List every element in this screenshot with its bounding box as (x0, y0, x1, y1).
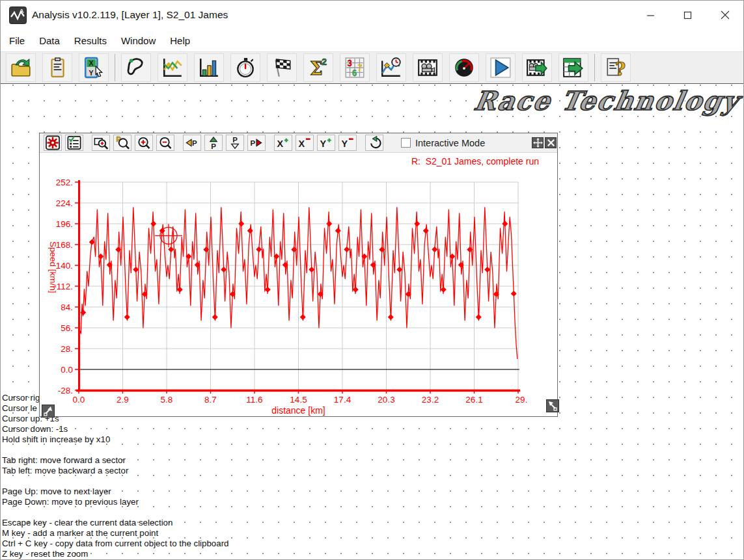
zoom-reset-button[interactable]: R (113, 135, 131, 151)
bar-chart-button[interactable] (194, 53, 224, 82)
zoom-reset-icon: R (115, 135, 130, 150)
sector-marker (511, 291, 517, 297)
sector-marker (396, 267, 402, 273)
y-tick-label: 252. (56, 178, 73, 187)
help-line: Escape key - clear the current data sele… (2, 518, 228, 528)
prev-lap-button[interactable]: P (183, 135, 201, 151)
x-axis-title: distance [km] (271, 405, 325, 416)
y-tick-label: 84. (61, 302, 73, 312)
zoom-region-button[interactable] (92, 135, 110, 151)
dashboard-gauge-button[interactable] (449, 53, 479, 82)
maximize-button[interactable] (669, 1, 706, 29)
sector-marker (432, 247, 437, 252)
bar-chart-icon (198, 57, 220, 79)
settings-gear-icon (45, 135, 61, 150)
resize-grip-left[interactable] (42, 405, 55, 418)
lap-down-button[interactable]: P (226, 135, 244, 151)
interactive-mode-label: Interactive Mode (415, 138, 485, 148)
sector-marker (309, 267, 314, 273)
interactive-mode-checkbox[interactable] (401, 138, 411, 148)
sector-marker (256, 247, 262, 252)
sector-marker (476, 314, 482, 320)
finish-flag-button[interactable] (267, 53, 297, 82)
statistics-sigma-button[interactable]: Σ2 (303, 53, 333, 82)
svg-text:X: X (298, 139, 305, 149)
race-technology-logo: Race Technology (472, 85, 742, 116)
display-options-button[interactable] (65, 135, 83, 151)
close-button[interactable] (706, 1, 743, 29)
svg-text:P: P (192, 139, 197, 147)
legend-row: R: S2_01 James, complete run (40, 153, 557, 170)
zoom-in-button[interactable] (135, 135, 153, 151)
help-line: Page Up: move to next layer (2, 487, 228, 497)
x-axis-shrink-button[interactable]: X (296, 135, 314, 151)
lap-up-button[interactable]: P (204, 135, 223, 151)
x-tick-label: 11.6 (246, 395, 262, 405)
sector-marker (80, 310, 86, 315)
sector-marker (502, 221, 508, 227)
line-graph-button[interactable] (158, 53, 187, 82)
svg-text:X: X (89, 59, 94, 67)
sector-times-button[interactable]: 367 (340, 53, 370, 82)
settings-gear-button[interactable] (44, 135, 62, 151)
x-tick-label: 23.2 (422, 395, 439, 405)
track-map-button[interactable] (121, 53, 151, 82)
reset-view-button[interactable] (365, 135, 383, 151)
map-time-button[interactable] (376, 53, 406, 82)
x-axis-shrink-icon: X (297, 135, 312, 150)
move-icon (533, 138, 543, 148)
sector-times-icon: 367 (344, 57, 366, 79)
y-axis-shrink-button[interactable]: Y (338, 135, 357, 151)
sector-marker (344, 247, 350, 252)
menu-item-data[interactable]: Data (32, 32, 67, 49)
play-icon (489, 57, 512, 79)
y-axis-expand-icon: Y (318, 135, 334, 150)
next-lap-icon: P (249, 135, 264, 150)
statistics-sigma-icon: Σ2 (307, 57, 329, 79)
close-icon (546, 138, 556, 148)
finish-flag-icon (271, 57, 293, 79)
sector-marker (388, 314, 394, 320)
stopwatch-button[interactable] (230, 53, 260, 82)
close-chart-window-button[interactable] (545, 137, 557, 148)
open-file-icon (10, 57, 32, 79)
help-line: Tab right: move forward a sector (2, 455, 228, 466)
menu-item-help[interactable]: Help (163, 32, 197, 49)
next-lap-button[interactable]: P (247, 135, 266, 151)
xy-table-icon: XY (83, 57, 105, 79)
menu-item-window[interactable]: Window (114, 32, 163, 49)
window-title: Analysis v10.2.119, [Layer 1], S2_01 Jam… (32, 9, 228, 21)
move-window-button[interactable] (532, 137, 544, 148)
sector-marker (414, 221, 420, 227)
y-tick-label: 112. (57, 282, 73, 291)
minimize-button[interactable] (632, 1, 669, 29)
y-tick-label: 56. (61, 323, 73, 333)
video-export-button[interactable] (522, 53, 552, 82)
play-button[interactable] (486, 53, 516, 82)
y-tick-label: 224. (56, 198, 73, 208)
help-line: Z key - reset the zoom (2, 549, 228, 559)
zoom-out-button[interactable] (156, 135, 174, 151)
open-file-button[interactable] (6, 53, 36, 82)
svg-text:A: A (20, 8, 24, 14)
menu-item-file[interactable]: File (2, 32, 32, 49)
help-doc-button[interactable]: ? (601, 53, 631, 82)
video-icon (417, 57, 439, 79)
reset-view-icon (366, 135, 382, 150)
y-axis-expand-button[interactable]: Y (317, 135, 335, 151)
speed-distance-chart[interactable]: 252.224.196.168.140.112.84.56.28.0.0-28.… (40, 170, 557, 418)
table-export-button[interactable] (558, 53, 588, 82)
clipboard-button[interactable] (42, 53, 72, 82)
lap-up-icon: P (206, 135, 221, 150)
x-tick-label: 2.9 (117, 395, 129, 405)
help-line: Ctrl + C key - copy data from current ob… (2, 539, 228, 549)
x-axis-expand-button[interactable]: X (274, 135, 292, 151)
resize-grip-right[interactable] (546, 399, 559, 412)
cursor-crosshair[interactable] (155, 224, 182, 247)
video-button[interactable] (413, 53, 443, 82)
x-tick-label: 5.8 (161, 395, 173, 405)
sector-marker (124, 314, 130, 320)
xy-table-button[interactable]: XY (79, 53, 109, 82)
menu-item-results[interactable]: Results (67, 32, 114, 49)
sector-marker (484, 267, 490, 273)
